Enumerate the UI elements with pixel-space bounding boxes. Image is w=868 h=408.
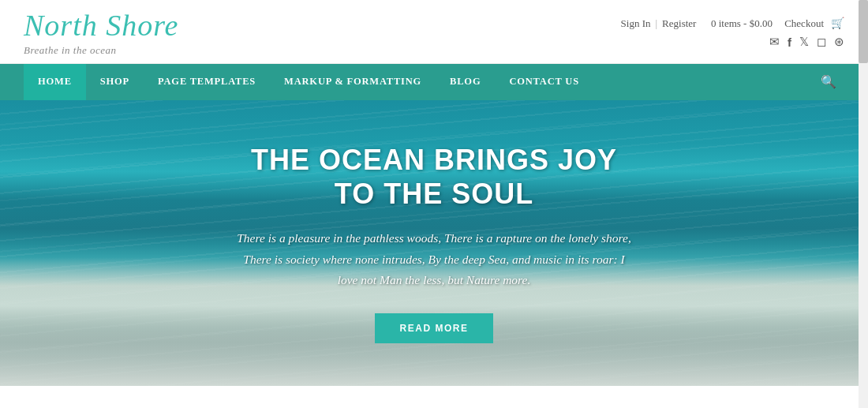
checkout-link[interactable]: Checkout	[784, 17, 824, 30]
nav-markup-formatting[interactable]: MARKUP & FORMATTING	[270, 64, 436, 100]
scrollbar[interactable]	[859, 0, 868, 408]
hero-section: THE OCEAN BRINGS JOY TO THE SOUL There i…	[0, 100, 868, 386]
nav-blog[interactable]: BLOG	[436, 64, 495, 100]
facebook-icon[interactable]: f	[788, 36, 791, 49]
brand-title: North Shore	[24, 9, 178, 43]
brand-tagline: Breathe in the ocean	[24, 44, 178, 57]
hero-body: There is a pleasure in the pathless wood…	[237, 228, 631, 290]
nav-shop[interactable]: SHOP	[86, 64, 144, 100]
header-right: Sign In | Register 0 items - $0.00 Check…	[621, 17, 844, 49]
scrollbar-thumb[interactable]	[859, 0, 868, 63]
nav-page-templates[interactable]: PAGE TEMPLATES	[144, 64, 270, 100]
hero-title: THE OCEAN BRINGS JOY TO THE SOUL	[237, 143, 631, 211]
navbar: HOME SHOP PAGE TEMPLATES MARKUP & FORMAT…	[0, 64, 868, 100]
cart-info: 0 items - $0.00	[711, 17, 773, 30]
site-header: North Shore Breathe in the ocean Sign In…	[0, 0, 868, 64]
search-icon[interactable]: 🔍	[813, 74, 844, 89]
brand: North Shore Breathe in the ocean	[24, 9, 178, 57]
hero-content: THE OCEAN BRINGS JOY TO THE SOUL There i…	[158, 143, 710, 342]
read-more-button[interactable]: READ MORE	[375, 313, 494, 343]
header-top-row: Sign In | Register 0 items - $0.00 Check…	[621, 17, 844, 30]
divider: |	[655, 17, 657, 30]
register-link[interactable]: Register	[662, 17, 696, 30]
tripadvisor-icon[interactable]: ⊛	[834, 35, 844, 49]
nav-home[interactable]: HOME	[24, 64, 86, 100]
cart-icon: 🛒	[831, 17, 844, 30]
social-icons: ✉ f 𝕏 ◻ ⊛	[769, 35, 844, 49]
nav-contact-us[interactable]: CONTACT US	[495, 64, 593, 100]
sign-in-link[interactable]: Sign In	[621, 17, 651, 30]
mail-icon[interactable]: ✉	[769, 35, 780, 49]
twitter-icon[interactable]: 𝕏	[799, 35, 809, 49]
instagram-icon[interactable]: ◻	[817, 35, 826, 49]
